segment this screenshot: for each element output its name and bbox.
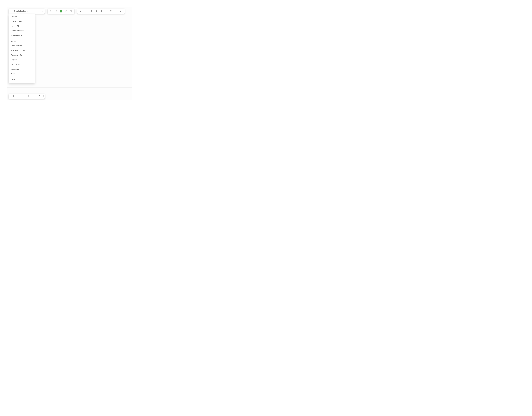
status-transitions: 0 [24,95,29,97]
create-activity-button[interactable] [59,9,62,12]
menu-language[interactable]: Language [9,67,34,71]
menu-clear[interactable]: Clear [9,77,34,82]
undo-button[interactable] [49,9,53,13]
logs-button[interactable] [119,9,123,13]
menu-save-as[interactable]: Save as... [9,15,34,19]
actors-button[interactable] [79,9,82,13]
chevron-down-icon [41,10,43,12]
commands-count: 0 [43,95,44,97]
menu-about[interactable]: About [9,71,34,76]
menu-save-to-image[interactable]: Save to image [9,33,34,38]
scheme-toolbar: Untitled scheme [9,9,45,14]
history-icon [120,10,122,12]
menu-instance-info[interactable]: Instance info [9,62,34,67]
menu-download-scheme[interactable]: Download scheme [9,28,34,33]
main-menu-dropdown: Save as... Upload scheme Upload BPMN Dow… [9,14,35,83]
code-actions-button[interactable] [94,9,98,13]
circled-p-icon [110,10,112,12]
menu-legend[interactable]: Legend [9,57,34,62]
svg-rect-15 [105,10,107,12]
status-activities: 0 [10,95,14,97]
undo-icon [49,10,52,12]
svg-rect-18 [10,95,12,97]
menu-language-label: Language [11,68,19,70]
select-dashed-icon [115,10,118,12]
menu-upload-bpmn[interactable]: Upload BPMN [9,24,34,28]
arrow-right-icon [24,95,27,97]
redo-button[interactable] [54,9,58,13]
svg-rect-17 [115,10,117,12]
menu-reset-settings[interactable]: Reset settings [9,44,34,48]
commands-button[interactable] [84,9,88,13]
status-commands: 0 [39,95,44,97]
person-icon [79,10,82,12]
edit-toolbar [48,9,74,14]
svg-point-11 [80,10,81,11]
tools-toolbar [77,9,125,14]
menu-upload-scheme[interactable]: Upload scheme [9,19,34,24]
timers-button[interactable] [89,9,93,13]
menu-divider [9,38,34,38]
trash-icon [70,10,72,12]
redo-icon [55,10,57,12]
copy-button[interactable] [64,9,68,13]
inline-button[interactable] [114,9,118,13]
braces-icon [100,10,102,12]
terminal-icon [84,10,87,12]
menu-button[interactable] [9,9,13,13]
activities-count: 0 [13,95,14,97]
plus-icon [60,10,62,12]
process-info-button[interactable] [109,9,113,13]
clock-icon [90,10,92,12]
chevron-right-icon [32,68,33,70]
comment-icon [105,10,107,12]
status-bar: 0 0 0 [9,94,45,99]
code-icon [94,10,97,12]
menu-divider [9,76,34,77]
parameters-button[interactable] [99,9,103,13]
localization-button[interactable] [104,9,108,13]
menu-icon [10,10,12,12]
terminal-icon [39,95,42,97]
transitions-count: 0 [28,95,29,97]
menu-extended-info[interactable]: Extended info [9,53,34,57]
menu-auto-arrangement[interactable]: Auto arrangement [9,48,34,53]
activity-icon [10,95,12,97]
scheme-dropdown-button[interactable] [40,9,44,13]
copy-icon [65,10,67,12]
delete-button[interactable] [69,9,73,13]
menu-refresh[interactable]: Refresh [9,39,34,44]
app-frame: Untitled scheme [7,7,132,100]
scheme-name-input[interactable]: Untitled scheme [13,10,40,12]
